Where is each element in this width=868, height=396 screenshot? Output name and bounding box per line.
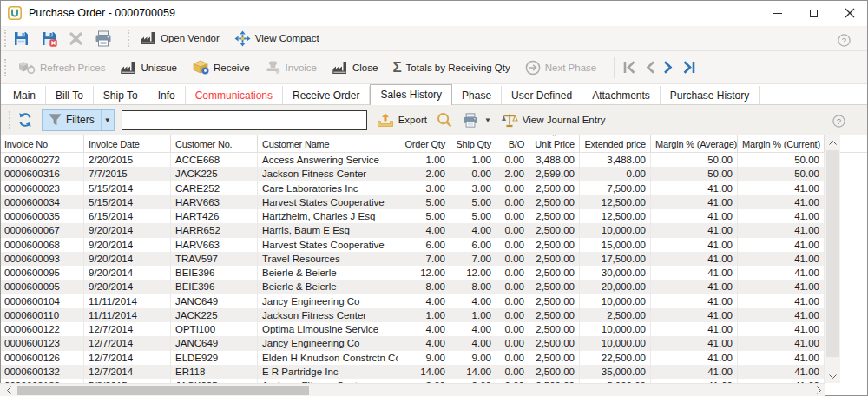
table-cell: 4.00 — [450, 322, 496, 336]
table-cell: 41.00 — [651, 294, 738, 308]
unissue-button[interactable]: Unissue — [116, 59, 181, 76]
table-row[interactable]: 00006003167/7/2015JACK225Jackson Fitness… — [0, 167, 825, 181]
close-button[interactable] — [832, 0, 868, 26]
tab-ship-to[interactable]: Ship To — [94, 86, 148, 104]
table-cell: E R Partridge Inc — [258, 365, 398, 379]
table-row[interactable]: 00006002722/20/2015ACCE668Access Answeri… — [0, 153, 825, 167]
scroll-right-button[interactable] — [812, 384, 825, 396]
receive-button[interactable]: Receive — [188, 58, 253, 76]
tab-user-defined[interactable]: User Defined — [502, 86, 582, 104]
horizontal-scroll-thumb[interactable] — [17, 386, 309, 395]
print-button[interactable] — [95, 30, 112, 47]
view-journal-entry-button[interactable]: View Journal Entry — [501, 113, 606, 128]
filters-dropdown-caret[interactable]: ▼ — [101, 110, 114, 130]
column-header-label: Invoice Date — [89, 139, 140, 149]
print-grid-button[interactable]: ▼ — [463, 113, 491, 128]
toolbar-grip[interactable] — [9, 111, 10, 129]
tab-phase[interactable]: Phase — [452, 86, 502, 104]
column-header-unit-price[interactable]: Unit Price^ — [529, 135, 580, 152]
column-header-customer-name[interactable]: Customer Name — [258, 135, 398, 152]
scroll-down-button[interactable] — [825, 369, 840, 383]
table-row[interactable]: 00006000356/15/2014HART426Hartzheim, Cha… — [0, 209, 825, 223]
filter-search-input[interactable] — [122, 110, 367, 130]
tab-info[interactable]: Info — [148, 86, 186, 104]
column-header-invoice-date[interactable]: Invoice Date — [84, 135, 171, 152]
view-compact-button[interactable]: View Compact — [231, 29, 323, 49]
table-cell: 0000600035 — [0, 209, 84, 223]
column-header-extended-price[interactable]: Extended price — [580, 135, 651, 152]
horizontal-scrollbar[interactable] — [0, 383, 825, 396]
table-cell: 41.00 — [651, 209, 738, 223]
table-cell: 41.00 — [738, 280, 825, 294]
scroll-left-button[interactable] — [2, 384, 16, 396]
column-header-margin-average[interactable]: Margin % (Average) — [651, 135, 738, 152]
receive-box-icon — [192, 60, 209, 75]
tab-receive-order[interactable]: Receive Order — [283, 86, 370, 104]
tab-bill-to[interactable]: Bill To — [46, 86, 94, 104]
column-header-order-qty[interactable]: Order Qty — [398, 135, 450, 152]
tab-sales-history[interactable]: Sales History — [370, 84, 452, 105]
print-dropdown-caret[interactable]: ▼ — [484, 116, 491, 124]
table-row[interactable]: 000060012212/7/2014OPTI100Optima Limousi… — [0, 322, 825, 336]
table-row[interactable]: 00006000235/15/2014CARE252Care Laborator… — [0, 182, 825, 195]
table-row[interactable]: 00006000689/20/2014HARV663Harvest States… — [0, 238, 825, 252]
toolbar-grip[interactable] — [4, 30, 6, 47]
table-cell: 4.00 — [450, 223, 496, 237]
vertical-scroll-thumb[interactable] — [826, 150, 839, 357]
table-cell: 41.00 — [651, 280, 738, 294]
table-row[interactable]: 00006000679/20/2014HARR652Harris, Baum E… — [0, 223, 825, 237]
chevron-right-icon — [817, 386, 821, 394]
open-vendor-button[interactable]: Open Vendor — [136, 30, 223, 47]
vertical-scrollbar[interactable] — [825, 135, 840, 383]
grid-help-button[interactable]: ? — [832, 115, 845, 131]
table-row[interactable]: 00006000959/20/2014BEIE396Beierle & Beie… — [0, 280, 825, 294]
delete-button[interactable] — [69, 31, 83, 46]
table-row[interactable]: 000060012612/7/2014ELDE929Elden H Knudso… — [0, 351, 825, 365]
column-header-ship-qty[interactable]: Ship Qty — [450, 135, 496, 152]
filters-button-main[interactable]: Filters — [43, 110, 101, 130]
tab-purchase-history[interactable]: Purchase History — [661, 86, 760, 104]
filters-button[interactable]: Filters ▼ — [42, 109, 115, 131]
save-close-button[interactable] — [41, 30, 57, 47]
close-po-button[interactable]: Close — [328, 59, 381, 76]
column-header-customer-no[interactable]: Customer No. — [171, 135, 258, 152]
last-record-button[interactable] — [681, 60, 696, 75]
table-cell: 6/15/2014 — [84, 209, 171, 223]
maximize-button[interactable] — [795, 0, 832, 26]
table-row[interactable]: 00006000959/20/2014BEIE396Beierle & Beie… — [0, 266, 825, 280]
table-row[interactable]: 000060012312/7/2014JANC649Jancy Engineer… — [0, 336, 825, 350]
table-cell: 3,488.00 — [580, 153, 651, 167]
toolbar-grip[interactable] — [4, 59, 6, 76]
search-button[interactable] — [437, 112, 452, 128]
previous-record-button[interactable] — [645, 60, 655, 75]
column-header-margin-current[interactable]: Margin % (Current) — [738, 135, 825, 152]
export-button[interactable]: Export — [377, 113, 427, 128]
totals-by-receiving-qty-button[interactable]: Σ Totals by Receiving Qty — [389, 58, 513, 76]
first-record-button[interactable] — [622, 60, 637, 75]
column-header-b-o[interactable]: B/O — [496, 135, 529, 152]
table-cell: 30,000.00 — [580, 266, 651, 280]
help-button[interactable]: ? — [838, 34, 851, 50]
table-row[interactable]: 000060011011/11/2014JACK225Jackson Fitne… — [0, 308, 825, 322]
invoice-button[interactable]: Invoice — [261, 58, 320, 76]
tab-communications[interactable]: Communications — [186, 86, 283, 104]
refresh-prices-button[interactable]: Refresh Prices — [13, 58, 108, 76]
minimize-button[interactable] — [759, 0, 795, 26]
save-button[interactable] — [13, 30, 30, 47]
refresh-button[interactable] — [17, 112, 33, 128]
table-row[interactable]: 000060010411/11/2014JANC649Jancy Enginee… — [0, 294, 825, 308]
save-icon — [13, 30, 30, 47]
table-cell: 2.00 — [398, 167, 450, 181]
tab-attachments[interactable]: Attachments — [582, 86, 661, 104]
scroll-up-button[interactable] — [825, 135, 840, 149]
table-row[interactable]: 00006000939/20/2014TRAV597Travel Resourc… — [0, 252, 825, 266]
tab-main[interactable]: Main — [3, 86, 46, 104]
table-row[interactable]: 000060013212/7/2014ER118E R Partridge In… — [0, 365, 825, 379]
table-row[interactable]: 00006000345/15/2014HARV663Harvest States… — [0, 195, 825, 209]
next-record-button[interactable] — [663, 60, 674, 75]
table-cell: 8.00 — [398, 280, 450, 294]
next-phase-button[interactable]: Next Phase — [522, 58, 600, 77]
export-label: Export — [398, 115, 427, 125]
toolbar-grip[interactable] — [128, 30, 129, 47]
column-header-invoice-no[interactable]: Invoice No — [0, 135, 84, 152]
